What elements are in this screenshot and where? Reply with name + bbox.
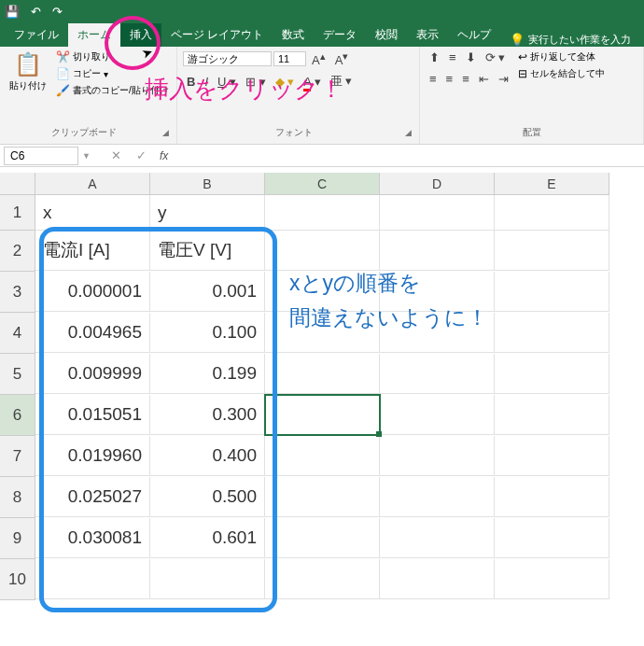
row-header-7[interactable]: 7 — [0, 436, 35, 477]
undo-icon[interactable]: ↶ — [31, 5, 41, 19]
cell-a9[interactable]: 0.030081 — [35, 518, 150, 558]
row-header-9[interactable]: 9 — [0, 518, 35, 559]
row-header-1[interactable]: 1 — [0, 195, 35, 231]
cell-d7[interactable] — [380, 436, 495, 476]
cell-a1[interactable]: x — [35, 195, 150, 231]
cell-e2[interactable] — [495, 231, 609, 271]
row-header-3[interactable]: 3 — [0, 272, 35, 313]
cell-a7[interactable]: 0.019960 — [35, 436, 150, 476]
tab-help[interactable]: ヘルプ — [448, 23, 500, 47]
tab-insert[interactable]: 挿入 — [120, 23, 161, 47]
select-all-corner[interactable] — [0, 173, 35, 195]
wrap-text-button[interactable]: ↩ 折り返して全体 — [516, 49, 607, 64]
cell-e4[interactable] — [495, 313, 609, 353]
cell-d2[interactable] — [380, 231, 495, 271]
col-header-d[interactable]: D — [380, 173, 495, 195]
font-size-select[interactable] — [273, 51, 306, 66]
tell-me-search[interactable]: 💡 実行したい作業を入力 — [510, 33, 631, 47]
cell-d10[interactable] — [380, 559, 495, 599]
align-bottom-button[interactable]: ⬇ — [462, 49, 480, 65]
decrease-font-button[interactable]: A▾ — [331, 49, 353, 68]
formula-input[interactable] — [174, 147, 644, 164]
cell-a2[interactable]: 電流I [A] — [35, 231, 150, 271]
tab-page-layout[interactable]: ページ レイアウト — [161, 23, 273, 47]
cell-b1[interactable]: y — [150, 195, 265, 231]
font-dialog-launcher[interactable]: ◢ — [405, 128, 413, 137]
cell-b5[interactable]: 0.199 — [150, 354, 265, 394]
tab-formulas[interactable]: 数式 — [273, 23, 314, 47]
decrease-indent-button[interactable]: ⇤ — [475, 71, 493, 87]
cell-c5[interactable] — [265, 354, 380, 394]
name-box[interactable] — [4, 147, 78, 165]
paste-button[interactable]: 📋 貼り付け — [6, 49, 50, 124]
cell-e7[interactable] — [495, 436, 609, 476]
orientation-button[interactable]: ⟳ ▾ — [482, 49, 510, 65]
cell-c2[interactable] — [265, 231, 380, 271]
align-middle-button[interactable]: ≡ — [445, 49, 460, 65]
cell-a3[interactable]: 0.000001 — [35, 272, 150, 312]
col-header-a[interactable]: A — [35, 173, 150, 195]
tab-file[interactable]: ファイル — [5, 23, 68, 47]
cell-e3[interactable] — [495, 272, 609, 312]
cell-e1[interactable] — [495, 195, 609, 231]
align-left-button[interactable]: ≡ — [426, 71, 441, 87]
cell-c9[interactable] — [265, 518, 380, 558]
cell-e8[interactable] — [495, 477, 609, 517]
cell-b4[interactable]: 0.100 — [150, 313, 265, 353]
row-header-10[interactable]: 10 — [0, 559, 35, 600]
tab-data[interactable]: データ — [314, 23, 366, 47]
cell-c7[interactable] — [265, 436, 380, 476]
redo-icon[interactable]: ↷ — [52, 5, 63, 19]
cell-c1[interactable] — [265, 195, 380, 231]
cell-e6[interactable] — [495, 395, 609, 435]
selection-handle[interactable] — [376, 431, 382, 437]
cell-d5[interactable] — [380, 354, 495, 394]
cell-b3[interactable]: 0.001 — [150, 272, 265, 312]
col-header-e[interactable]: E — [495, 173, 609, 195]
cell-b9[interactable]: 0.601 — [150, 518, 265, 558]
cell-b6[interactable]: 0.300 — [150, 395, 265, 435]
tab-review[interactable]: 校閲 — [366, 23, 407, 47]
cell-b7[interactable]: 0.400 — [150, 436, 265, 476]
spreadsheet-grid[interactable]: A B C D E 1 x y 2 電流I [A] 電圧V [V] 3 0.00… — [0, 173, 644, 600]
cell-e5[interactable] — [495, 354, 609, 394]
cell-d9[interactable] — [380, 518, 495, 558]
row-header-6[interactable]: 6 — [0, 395, 35, 436]
increase-indent-button[interactable]: ⇥ — [495, 71, 512, 87]
row-header-8[interactable]: 8 — [0, 477, 35, 518]
cell-d1[interactable] — [380, 195, 495, 231]
cell-b10[interactable] — [150, 559, 265, 599]
cell-a6[interactable]: 0.015051 — [35, 395, 150, 435]
row-header-4[interactable]: 4 — [0, 313, 35, 354]
cell-d6[interactable] — [380, 395, 495, 435]
tab-home[interactable]: ホーム — [68, 23, 120, 47]
row-header-5[interactable]: 5 — [0, 354, 35, 395]
clipboard-dialog-launcher[interactable]: ◢ — [162, 128, 171, 137]
cell-c10[interactable] — [265, 559, 380, 599]
align-top-button[interactable]: ⬆ — [426, 49, 443, 65]
cell-a10[interactable] — [35, 559, 150, 599]
cell-a4[interactable]: 0.004965 — [35, 313, 150, 353]
col-header-c[interactable]: C — [265, 173, 380, 195]
merge-center-button[interactable]: ⊟ セルを結合して中 — [516, 66, 607, 81]
cell-c6[interactable] — [265, 395, 380, 435]
cell-b8[interactable]: 0.500 — [150, 477, 265, 517]
enter-formula-button[interactable]: ✓ — [129, 148, 154, 162]
cell-b2[interactable]: 電圧V [V] — [150, 231, 265, 271]
cell-a8[interactable]: 0.025027 — [35, 477, 150, 517]
cancel-formula-button[interactable]: ✕ — [104, 148, 129, 162]
cell-e9[interactable] — [495, 518, 609, 558]
align-center-button[interactable]: ≡ — [442, 71, 457, 87]
cell-a5[interactable]: 0.009999 — [35, 354, 150, 394]
align-right-button[interactable]: ≡ — [458, 71, 473, 87]
tab-view[interactable]: 表示 — [407, 23, 448, 47]
col-header-b[interactable]: B — [150, 173, 265, 195]
increase-font-button[interactable]: A▴ — [308, 49, 329, 68]
cell-e10[interactable] — [495, 559, 609, 599]
save-icon[interactable]: 💾 — [5, 5, 20, 19]
font-name-select[interactable] — [183, 51, 272, 66]
row-header-2[interactable]: 2 — [0, 231, 35, 272]
cell-d8[interactable] — [380, 477, 495, 517]
fx-icon[interactable]: fx — [154, 149, 174, 162]
cell-c8[interactable] — [265, 477, 380, 517]
